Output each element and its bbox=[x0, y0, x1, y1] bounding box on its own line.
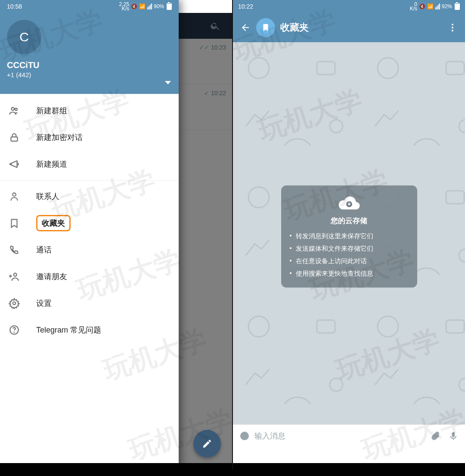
expand-accounts-icon[interactable] bbox=[165, 81, 171, 84]
avatar[interactable]: C bbox=[7, 20, 41, 54]
appbar: 收藏夹 bbox=[233, 13, 465, 42]
bookmark-icon bbox=[9, 218, 20, 229]
signal-bars-icon bbox=[147, 3, 152, 9]
cloud-tip: 在任意设备上访问此对话 bbox=[289, 255, 409, 268]
more-button[interactable] bbox=[443, 19, 462, 37]
cloud-download-icon bbox=[337, 194, 361, 212]
wifi-icon: 📶 bbox=[139, 3, 146, 9]
status-bar: 10:58 2.25 K/s 🔇 📶 90% bbox=[7, 0, 172, 13]
account-phone: +1 (442) bbox=[7, 71, 172, 78]
gear-icon bbox=[9, 298, 20, 309]
menu-contacts[interactable]: 联系人 bbox=[0, 183, 179, 210]
saved-messages-avatar[interactable] bbox=[256, 18, 275, 37]
cloud-card-title: 您的云存储 bbox=[289, 216, 409, 226]
clock: 10:58 bbox=[7, 3, 22, 10]
menu-faq[interactable]: Telegram 常见问题 bbox=[0, 317, 179, 343]
battery-pct: 90% bbox=[154, 3, 164, 9]
svg-point-13 bbox=[243, 435, 244, 436]
wifi-icon: 📶 bbox=[427, 3, 434, 9]
attach-button[interactable] bbox=[426, 427, 444, 445]
drawer-header: 10:58 2.25 K/s 🔇 📶 90% C CCCiTU +1 (442) bbox=[0, 0, 179, 94]
contact-icon bbox=[9, 191, 20, 202]
megaphone-icon bbox=[9, 159, 20, 170]
menu-calls[interactable]: 通话 bbox=[0, 236, 179, 263]
menu-invite-friends[interactable]: 邀请朋友 bbox=[0, 263, 179, 290]
svg-point-1 bbox=[15, 108, 17, 110]
menu-saved-messages[interactable]: 收藏夹 bbox=[0, 210, 179, 236]
screenshot-right-saved-messages: 10:22 0 K/s 🔇 📶 92% 收藏夹 bbox=[233, 0, 465, 470]
help-icon bbox=[9, 324, 20, 336]
svg-point-14 bbox=[245, 435, 246, 436]
menu-new-group[interactable]: 新建群组 bbox=[0, 97, 179, 124]
svg-point-9 bbox=[452, 27, 453, 28]
chat-canvas: 您的云存储 转发消息到这里来保存它们 发送媒体和文件来存储它们 在任意设备上访问… bbox=[233, 42, 465, 447]
navigation-drawer: 10:58 2.25 K/s 🔇 📶 90% C CCCiTU +1 (442) bbox=[0, 0, 179, 470]
svg-point-3 bbox=[12, 193, 16, 196]
bookmark-icon bbox=[261, 23, 270, 32]
lock-icon bbox=[9, 132, 20, 143]
mic-button[interactable] bbox=[444, 427, 462, 445]
menu-settings[interactable]: 设置 bbox=[0, 290, 179, 317]
account-name: CCCiTU bbox=[7, 60, 172, 70]
drawer-menu: 新建群组 新建加密对话 新建频道 联系人 收藏夹 通话 bbox=[0, 94, 179, 347]
battery-icon bbox=[455, 3, 460, 10]
net-speed: 0 K/s bbox=[410, 2, 417, 11]
mute-icon: 🔇 bbox=[419, 3, 425, 9]
menu-new-secret-chat[interactable]: 新建加密对话 bbox=[0, 124, 179, 151]
svg-rect-2 bbox=[11, 137, 17, 141]
battery-pct: 92% bbox=[442, 3, 452, 9]
status-bar: 10:22 0 K/s 🔇 📶 92% bbox=[233, 0, 465, 13]
svg-point-8 bbox=[452, 24, 453, 25]
svg-point-0 bbox=[12, 107, 15, 110]
message-input-bar bbox=[233, 424, 465, 447]
svg-point-4 bbox=[14, 273, 17, 276]
call-icon bbox=[9, 244, 20, 255]
clock: 10:22 bbox=[238, 3, 253, 10]
net-speed: 2.25 K/s bbox=[119, 2, 129, 11]
signal-bars-icon bbox=[435, 3, 440, 9]
appbar-title: 收藏夹 bbox=[280, 21, 309, 34]
back-button[interactable] bbox=[236, 19, 254, 37]
message-input[interactable] bbox=[254, 431, 426, 441]
menu-new-channel[interactable]: 新建频道 bbox=[0, 151, 179, 177]
screenshot-left-drawer: ✓✓10:23 ✓10:22 ed_Stat… 10:58 2.25 K/s 🔇… bbox=[0, 0, 233, 470]
svg-point-10 bbox=[452, 30, 453, 31]
invite-icon bbox=[9, 271, 20, 282]
svg-point-12 bbox=[241, 432, 248, 440]
battery-icon bbox=[167, 3, 172, 10]
compose-fab[interactable] bbox=[193, 430, 221, 457]
cloud-tip: 发送媒体和文件来存储它们 bbox=[289, 243, 409, 255]
svg-point-5 bbox=[13, 302, 16, 305]
cloud-storage-card: 您的云存储 转发消息到这里来保存它们 发送媒体和文件来存储它们 在任意设备上访问… bbox=[281, 186, 417, 288]
cloud-tip: 使用搜索来更快地查找信息 bbox=[289, 268, 409, 280]
emoji-button[interactable] bbox=[236, 427, 254, 445]
mute-icon: 🔇 bbox=[131, 3, 137, 9]
svg-point-7 bbox=[14, 332, 15, 332]
pencil-icon bbox=[202, 439, 212, 449]
group-icon bbox=[9, 105, 20, 116]
cloud-tip: 转发消息到这里来保存它们 bbox=[289, 230, 409, 243]
